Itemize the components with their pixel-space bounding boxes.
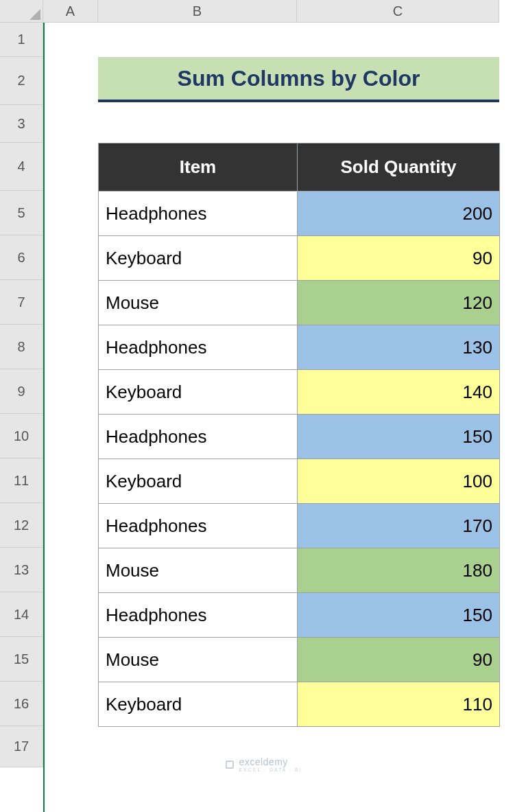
cell-item[interactable]: Headphones [99, 593, 298, 638]
table-row: Mouse180 [99, 548, 500, 593]
table-row: Headphones150 [99, 415, 500, 459]
cell-qty[interactable]: 150 [298, 415, 500, 459]
column-headers: ABC [43, 0, 499, 23]
page-title: Sum Columns by Color [98, 57, 499, 102]
cell-item[interactable]: Mouse [99, 548, 298, 593]
row-header-8[interactable]: 8 [0, 325, 43, 369]
page-title-text: Sum Columns by Color [178, 66, 420, 91]
table-row: Headphones200 [99, 192, 500, 236]
row-header-17[interactable]: 17 [0, 726, 43, 767]
cell-qty[interactable]: 170 [298, 504, 500, 548]
row-header-10[interactable]: 10 [0, 414, 43, 459]
table-row: Keyboard140 [99, 370, 500, 415]
cell-qty[interactable]: 110 [298, 682, 500, 727]
row-header-6[interactable]: 6 [0, 235, 43, 280]
table-row: Mouse90 [99, 638, 500, 682]
watermark: exceldemy EXCEL · DATA · BI [224, 756, 302, 772]
column-header-A[interactable]: A [43, 0, 98, 23]
row-header-11[interactable]: 11 [0, 459, 43, 503]
frozen-pane-indicator [43, 23, 45, 812]
cell-qty[interactable]: 100 [298, 459, 500, 504]
column-header-item[interactable]: Item [99, 143, 298, 192]
cell-qty[interactable]: 180 [298, 548, 500, 593]
column-header-item-label: Item [180, 156, 216, 177]
cell-item[interactable]: Mouse [99, 281, 298, 325]
row-header-14[interactable]: 14 [0, 592, 43, 637]
row-header-3[interactable]: 3 [0, 105, 43, 143]
row-header-7[interactable]: 7 [0, 280, 43, 325]
row-header-12[interactable]: 12 [0, 503, 43, 548]
column-header-B[interactable]: B [98, 0, 297, 23]
table-header-row: Item Sold Quantity [99, 143, 500, 192]
data-table: Item Sold Quantity Headphones200Keyboard… [98, 143, 500, 727]
row-header-9[interactable]: 9 [0, 369, 43, 414]
row-header-15[interactable]: 15 [0, 637, 43, 682]
table-row: Mouse120 [99, 281, 500, 325]
column-header-qty-label: Sold Quantity [341, 156, 457, 177]
cell-item[interactable]: Headphones [99, 415, 298, 459]
select-all-triangle-icon [29, 9, 40, 20]
cell-qty[interactable]: 140 [298, 370, 500, 415]
select-all-corner[interactable] [0, 0, 43, 23]
row-header-1[interactable]: 1 [0, 23, 43, 57]
svg-rect-2 [226, 762, 232, 767]
cell-item[interactable]: Mouse [99, 638, 298, 682]
watermark-brand: exceldemy [239, 756, 287, 767]
table-row: Headphones170 [99, 504, 500, 548]
cell-qty[interactable]: 150 [298, 593, 500, 638]
column-header-C[interactable]: C [297, 0, 499, 23]
row-header-13[interactable]: 13 [0, 548, 43, 592]
cell-qty[interactable]: 200 [298, 192, 500, 236]
cell-qty[interactable]: 90 [298, 236, 500, 281]
svg-marker-0 [29, 9, 40, 20]
row-header-5[interactable]: 5 [0, 191, 43, 235]
row-header-4[interactable]: 4 [0, 143, 43, 191]
cell-qty[interactable]: 90 [298, 638, 500, 682]
cell-item[interactable]: Keyboard [99, 682, 298, 727]
table-row: Headphones150 [99, 593, 500, 638]
table-row: Keyboard100 [99, 459, 500, 504]
cell-item[interactable]: Headphones [99, 325, 298, 370]
cell-item[interactable]: Keyboard [99, 370, 298, 415]
row-headers: 1234567891011121314151617 [0, 23, 43, 767]
table-row: Keyboard90 [99, 236, 500, 281]
column-header-qty[interactable]: Sold Quantity [298, 143, 500, 192]
table-row: Headphones130 [99, 325, 500, 370]
cell-item[interactable]: Headphones [99, 504, 298, 548]
brand-logo-icon [224, 759, 235, 770]
cell-qty[interactable]: 130 [298, 325, 500, 370]
cell-item[interactable]: Keyboard [99, 459, 298, 504]
cell-qty[interactable]: 120 [298, 281, 500, 325]
table-row: Keyboard110 [99, 682, 500, 727]
watermark-tagline: EXCEL · DATA · BI [239, 767, 302, 772]
row-header-2[interactable]: 2 [0, 57, 43, 105]
cell-item[interactable]: Headphones [99, 192, 298, 236]
row-header-16[interactable]: 16 [0, 682, 43, 726]
cell-item[interactable]: Keyboard [99, 236, 298, 281]
spreadsheet-viewport: ABC 1234567891011121314151617 Sum Column… [0, 0, 526, 812]
